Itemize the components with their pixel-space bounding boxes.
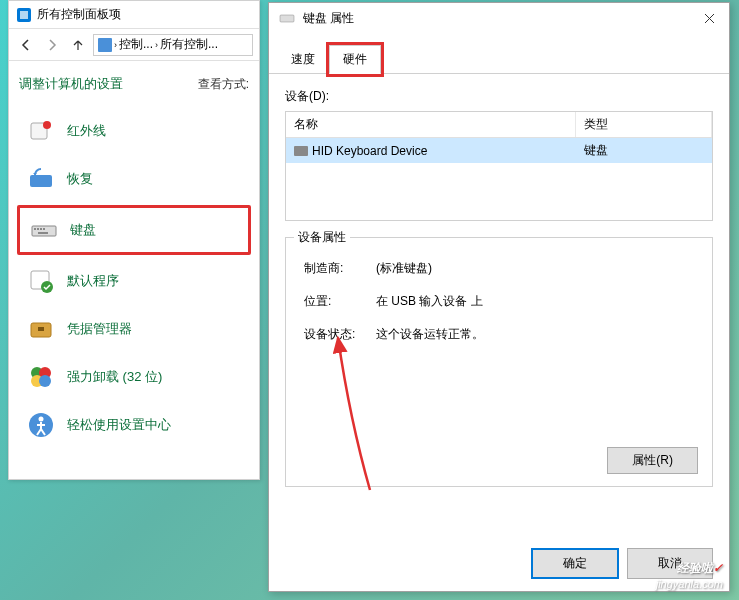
prop-row-location: 位置: 在 USB 输入设备 上 [304, 293, 694, 310]
cp-view-label[interactable]: 查看方式: [198, 76, 249, 93]
cp-item-ease[interactable]: 轻松使用设置中心 [17, 403, 251, 447]
svg-rect-20 [280, 15, 294, 22]
cp-item-recovery[interactable]: 恢复 [17, 157, 251, 201]
cp-titlebar[interactable]: 所有控制面板项 [9, 1, 259, 29]
prop-row-status: 设备状态: 这个设备运转正常。 [304, 326, 694, 343]
button-label: 属性(R) [632, 453, 673, 467]
tab-hardware[interactable]: 硬件 [329, 45, 381, 74]
svg-point-19 [39, 417, 44, 422]
cp-item-label: 轻松使用设置中心 [67, 416, 171, 434]
cp-item-label: 键盘 [70, 221, 96, 239]
cp-item-label: 红外线 [67, 122, 106, 140]
keyboard-properties-dialog: 键盘 属性 速度 硬件 设备(D): 名称 类型 HID Keyboard De… [268, 2, 730, 592]
tab-speed[interactable]: 速度 [277, 45, 329, 74]
keyboard-icon [30, 216, 58, 244]
svg-rect-8 [43, 228, 45, 230]
chevron-right-icon: › [155, 40, 158, 50]
cp-item-keyboard[interactable]: 键盘 [17, 205, 251, 255]
device-list-label: 设备(D): [285, 88, 713, 105]
prop-val: 在 USB 输入设备 上 [376, 293, 483, 310]
prop-key: 位置: [304, 293, 376, 310]
prop-val: 这个设备运转正常。 [376, 326, 484, 343]
path-icon [98, 38, 112, 52]
control-panel-icon [17, 8, 31, 22]
path-segment[interactable]: 所有控制... [160, 36, 218, 53]
svg-point-2 [43, 121, 51, 129]
chevron-right-icon: › [114, 40, 117, 50]
svg-rect-7 [40, 228, 42, 230]
svg-point-17 [39, 375, 51, 387]
control-panel-window: 所有控制面板项 › 控制... › 所有控制... 调整计算机的设置 查看方式:… [8, 0, 260, 480]
nav-up-button[interactable] [67, 34, 89, 56]
svg-rect-4 [32, 226, 56, 236]
cp-navbar: › 控制... › 所有控制... [9, 29, 259, 61]
dlg-title: 键盘 属性 [303, 10, 354, 27]
prop-val: (标准键盘) [376, 260, 432, 277]
ok-button[interactable]: 确定 [531, 548, 619, 579]
infrared-icon [27, 117, 55, 145]
device-table-header: 名称 类型 [286, 112, 712, 138]
device-properties-group: 设备属性 制造商: (标准键盘) 位置: 在 USB 输入设备 上 设备状态: … [285, 237, 713, 487]
recovery-icon [27, 165, 55, 193]
column-name[interactable]: 名称 [286, 112, 576, 137]
cp-items-list: 红外线 恢复 键盘 默认程序 凭据管理器 [9, 109, 259, 447]
dlg-titlebar[interactable]: 键盘 属性 [269, 3, 729, 33]
cp-title: 所有控制面板项 [37, 6, 121, 23]
button-label: 确定 [563, 556, 587, 570]
cp-heading-row: 调整计算机的设置 查看方式: [9, 61, 259, 105]
cp-item-label: 凭据管理器 [67, 320, 132, 338]
path-segment[interactable]: 控制... [119, 36, 153, 53]
column-type[interactable]: 类型 [576, 112, 712, 137]
device-row[interactable]: HID Keyboard Device 键盘 [286, 138, 712, 163]
cp-heading: 调整计算机的设置 [19, 75, 123, 93]
credentials-icon [27, 315, 55, 343]
ease-icon [27, 411, 55, 439]
tab-label: 硬件 [343, 52, 367, 66]
dlg-button-row: 确定 取消 [531, 548, 713, 579]
svg-rect-9 [38, 232, 48, 234]
address-bar[interactable]: › 控制... › 所有控制... [93, 34, 253, 56]
svg-rect-5 [34, 228, 36, 230]
svg-rect-13 [38, 327, 44, 331]
nav-back-button[interactable] [15, 34, 37, 56]
keyboard-row-icon [294, 146, 308, 156]
properties-button[interactable]: 属性(R) [607, 447, 698, 474]
svg-rect-3 [30, 175, 52, 187]
device-type-cell: 键盘 [576, 138, 712, 163]
cp-item-label: 恢复 [67, 170, 93, 188]
device-name-cell: HID Keyboard Device [286, 138, 576, 163]
dlg-body: 设备(D): 名称 类型 HID Keyboard Device 键盘 设备属性… [269, 74, 729, 501]
cp-item-credentials[interactable]: 凭据管理器 [17, 307, 251, 351]
cp-item-defaults[interactable]: 默认程序 [17, 259, 251, 303]
uninstall-icon [27, 363, 55, 391]
cp-item-uninstall[interactable]: 强力卸载 (32 位) [17, 355, 251, 399]
prop-key: 设备状态: [304, 326, 376, 343]
nav-forward-button[interactable] [41, 34, 63, 56]
svg-rect-6 [37, 228, 39, 230]
cancel-button[interactable]: 取消 [627, 548, 713, 579]
tab-label: 速度 [291, 52, 315, 66]
cp-item-label: 强力卸载 (32 位) [67, 368, 162, 386]
prop-key: 制造商: [304, 260, 376, 277]
device-name: HID Keyboard Device [312, 144, 427, 158]
cp-item-label: 默认程序 [67, 272, 119, 290]
dlg-tabstrip: 速度 硬件 [269, 41, 729, 74]
cp-item-infrared[interactable]: 红外线 [17, 109, 251, 153]
device-table: 名称 类型 HID Keyboard Device 键盘 [285, 111, 713, 221]
keyboard-small-icon [279, 10, 295, 26]
svg-rect-0 [20, 11, 28, 19]
prop-row-manufacturer: 制造商: (标准键盘) [304, 260, 694, 277]
defaults-icon [27, 267, 55, 295]
group-label: 设备属性 [294, 229, 350, 246]
close-button[interactable] [689, 3, 729, 33]
button-label: 取消 [658, 556, 682, 570]
